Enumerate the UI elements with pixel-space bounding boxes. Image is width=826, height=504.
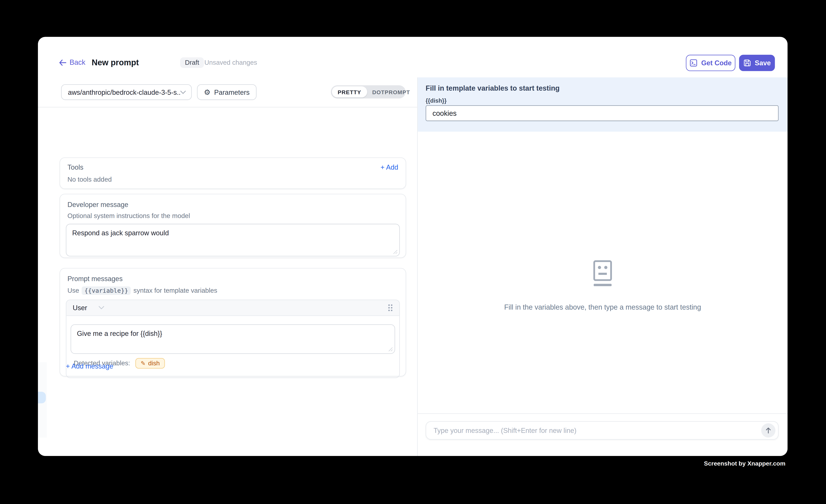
- pencil-icon: ✎: [140, 361, 145, 366]
- robot-icon: [593, 260, 612, 288]
- subtitle-prefix: Use: [67, 287, 79, 294]
- test-column: Fill in template variables to start test…: [417, 77, 787, 456]
- chat-input-area: [418, 414, 787, 456]
- developer-message-title: Developer message: [67, 201, 400, 208]
- detected-variables-row: Detected variables: ✎ dish: [74, 358, 395, 369]
- tools-empty-text: No tools added: [67, 176, 398, 183]
- add-tool-button[interactable]: + Add: [380, 163, 398, 171]
- model-selector[interactable]: aws/anthropic/bedrock-claude-3-5-s...: [61, 84, 192, 100]
- terminal-icon: [690, 59, 697, 67]
- send-button[interactable]: [761, 423, 775, 438]
- toggle-pretty[interactable]: PRETTY: [332, 86, 367, 98]
- variables-panel-title: Fill in template variables to start test…: [426, 84, 559, 92]
- get-code-label: Get Code: [701, 59, 731, 67]
- editor-column: aws/anthropic/bedrock-claude-3-5-s... ⚙ …: [38, 77, 417, 456]
- variable-label: {{dish}}: [426, 98, 447, 104]
- left-edge-highlight: [38, 392, 46, 403]
- gear-icon: ⚙: [204, 88, 211, 96]
- message-block: User Give me a recipe for {{dish}} Detec…: [66, 300, 400, 378]
- save-button[interactable]: Save: [739, 55, 775, 71]
- message-role-row: User: [66, 300, 399, 316]
- role-select[interactable]: User: [73, 304, 87, 312]
- chat-empty-state: Fill in the variables above, then type a…: [418, 132, 787, 414]
- page-title: New prompt: [92, 58, 139, 68]
- chevron-down-icon[interactable]: [99, 306, 105, 310]
- message-textarea[interactable]: Give me a recipe for {{dish}}: [71, 325, 395, 353]
- variable-syntax-chip: {{variable}}: [82, 287, 131, 295]
- toggle-dotprompt[interactable]: DOTPROMPT: [367, 86, 415, 98]
- drag-handle-icon[interactable]: [388, 304, 393, 312]
- back-button[interactable]: Back: [59, 58, 85, 66]
- resize-grip-icon[interactable]: [388, 347, 393, 352]
- chat-input-box: [426, 421, 778, 440]
- model-selector-value: aws/anthropic/bedrock-claude-3-5-s...: [68, 88, 180, 96]
- prompt-messages-title: Prompt messages: [67, 275, 400, 283]
- developer-message-subtitle: Optional system instructions for the mod…: [67, 212, 400, 219]
- save-icon: [743, 59, 751, 67]
- editor-toolbar: aws/anthropic/bedrock-claude-3-5-s... ⚙ …: [38, 77, 417, 107]
- status-badge: Draft: [180, 57, 204, 68]
- subtitle-suffix: syntax for template variables: [133, 287, 217, 294]
- header: Back New prompt Draft Unsaved changes Ge…: [38, 37, 787, 77]
- prompt-messages-subtitle: Use {{variable}} syntax for template var…: [67, 287, 400, 295]
- template-variables-panel: Fill in template variables to start test…: [418, 77, 787, 132]
- resize-grip-icon[interactable]: [393, 250, 398, 254]
- get-code-button[interactable]: Get Code: [686, 55, 735, 71]
- prompt-messages-card: Prompt messages Use {{variable}} syntax …: [60, 268, 406, 376]
- tools-card: Tools + Add No tools added: [60, 158, 406, 189]
- screenshot-stage: Back New prompt Draft Unsaved changes Ge…: [0, 0, 826, 504]
- variable-badge-dish[interactable]: ✎ dish: [135, 358, 165, 369]
- developer-message-textarea[interactable]: Respond as jack sparrow would: [66, 224, 399, 256]
- parameters-button[interactable]: ⚙ Parameters: [197, 84, 256, 100]
- add-message-label: + Add message: [66, 362, 113, 370]
- unsaved-changes-text: Unsaved changes: [204, 59, 257, 66]
- app-window: Back New prompt Draft Unsaved changes Ge…: [38, 37, 787, 456]
- view-mode-toggle: PRETTY DOTPROMPT: [331, 85, 406, 99]
- back-arrow-icon: [59, 59, 66, 66]
- variable-name: dish: [148, 360, 160, 367]
- add-message-button[interactable]: + Add message: [66, 362, 113, 370]
- developer-message-card: Developer message Optional system instru…: [60, 194, 406, 258]
- variable-value-input[interactable]: [426, 105, 778, 121]
- save-label: Save: [755, 59, 771, 67]
- developer-message-textarea-wrap: Respond as jack sparrow would: [66, 224, 400, 256]
- send-arrow-icon: [765, 427, 772, 434]
- message-textarea-wrap: Give me a recipe for {{dish}}: [71, 324, 395, 354]
- chevron-down-icon: [180, 90, 186, 94]
- back-label: Back: [69, 58, 85, 66]
- watermark-text: Screenshot by Xnapper.com: [621, 460, 785, 467]
- empty-state-text: Fill in the variables above, then type a…: [504, 303, 701, 311]
- message-body: Give me a recipe for {{dish}} Detected v…: [66, 316, 399, 378]
- parameters-label: Parameters: [214, 88, 250, 96]
- chat-message-input[interactable]: [426, 427, 761, 434]
- tools-title: Tools: [67, 163, 83, 171]
